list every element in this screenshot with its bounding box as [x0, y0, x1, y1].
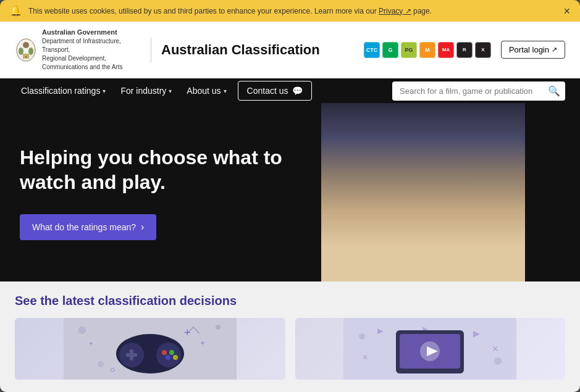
video-illustration: ▶ ▶ ✕ ✕ ▶: [343, 318, 516, 380]
decision-card-video[interactable]: ▶ ▶ ✕ ✕ ▶: [295, 318, 566, 380]
svg-text:⚜: ⚜: [25, 55, 27, 59]
decisions-title: See the latest classification decisions: [15, 294, 565, 308]
svg-text:✦: ✦: [88, 340, 93, 347]
chat-icon: 💬: [292, 86, 303, 96]
search-button[interactable]: 🔍: [548, 85, 560, 97]
svg-text:+: +: [184, 327, 191, 339]
badge-x[interactable]: X: [475, 42, 491, 58]
decision-card-games[interactable]: + ○ ✦ ✦: [15, 318, 285, 380]
bell-icon: 🔔: [10, 5, 22, 17]
badge-ctc[interactable]: CTC: [364, 42, 380, 58]
chevron-down-icon: ▾: [103, 88, 106, 94]
svg-point-1: [23, 42, 29, 48]
rating-badges: CTC G PG M MA R X: [364, 42, 491, 58]
cookie-text: This website uses cookies, utilised by u…: [28, 7, 432, 15]
main-content: Helping you choose what to watch and pla…: [0, 103, 580, 392]
svg-point-37: [166, 355, 170, 360]
nav-search: 🔍: [392, 81, 565, 101]
decisions-grid: + ○ ✦ ✦ ▶ ▶ ✕: [15, 318, 565, 380]
svg-point-3: [28, 48, 33, 55]
svg-point-2: [19, 48, 23, 55]
svg-point-38: [173, 355, 178, 360]
svg-text:▶: ▶: [377, 327, 384, 335]
contact-us-button[interactable]: Contact us 💬: [238, 81, 312, 101]
ratings-cta-button[interactable]: What do the ratings mean? ›: [20, 214, 156, 240]
cookie-banner: 🔔 This website uses cookies, utilised by…: [0, 0, 580, 22]
nav-item-for-industry[interactable]: For industry ▾: [114, 78, 178, 103]
gov-logo-text: Australian Government Department of Infr…: [42, 28, 141, 72]
svg-point-45: [494, 357, 502, 365]
search-icon: 🔍: [548, 86, 560, 96]
svg-text:✕: ✕: [492, 344, 499, 354]
svg-rect-34: [130, 349, 133, 361]
hero-image: [321, 103, 525, 281]
chevron-down-icon: ▾: [224, 88, 227, 94]
svg-point-29: [98, 361, 104, 367]
hero-photo: [321, 103, 525, 281]
gov-logo: ⚜ Australian Government Department of In…: [15, 28, 141, 72]
badge-g[interactable]: G: [382, 42, 398, 58]
portal-login-button[interactable]: Portal login ↗: [501, 41, 565, 59]
badge-r[interactable]: R: [456, 42, 473, 58]
hero-title: Helping you choose what to watch and pla…: [20, 145, 301, 194]
nav-item-about-us[interactable]: About us ▾: [180, 78, 232, 103]
header-left: ⚜ Australian Government Department of In…: [15, 28, 320, 72]
svg-text:✦: ✦: [200, 339, 206, 348]
cookie-banner-content: 🔔 This website uses cookies, utilised by…: [10, 5, 432, 17]
crest-icon: ⚜: [15, 36, 37, 64]
svg-text:○: ○: [110, 364, 115, 374]
header-divider: [151, 38, 151, 62]
games-illustration: + ○ ✦ ✦: [64, 318, 237, 380]
browser-frame: 🔔 This website uses cookies, utilised by…: [0, 0, 580, 392]
search-wrapper: 🔍: [392, 81, 565, 101]
privacy-link[interactable]: Privacy ↗: [379, 7, 411, 15]
site-header: ⚜ Australian Government Department of In…: [0, 22, 580, 78]
badge-pg[interactable]: PG: [401, 42, 417, 58]
nav-item-classification-ratings[interactable]: Classification ratings ▾: [15, 78, 112, 103]
badge-ma[interactable]: MA: [438, 42, 454, 58]
main-nav: Classification ratings ▾ For industry ▾ …: [0, 78, 580, 103]
svg-point-32: [156, 343, 181, 367]
cookie-close-button[interactable]: ×: [563, 6, 570, 17]
svg-point-35: [162, 350, 167, 355]
header-right: CTC G PG M MA R X Portal login ↗: [364, 41, 565, 59]
search-input[interactable]: [392, 81, 565, 101]
badge-m[interactable]: M: [419, 42, 435, 58]
external-link-icon: ↗: [552, 46, 557, 54]
svg-point-36: [169, 350, 174, 355]
svg-text:✕: ✕: [362, 353, 368, 362]
decisions-section: See the latest classification decisions: [0, 281, 580, 392]
svg-point-28: [216, 325, 221, 330]
site-title: Australian Classification: [161, 42, 320, 58]
svg-text:▶: ▶: [473, 328, 480, 338]
hero-content: Helping you choose what to watch and pla…: [0, 103, 321, 281]
chevron-down-icon: ▾: [169, 88, 172, 94]
svg-point-27: [78, 327, 86, 334]
arrow-right-icon: ›: [141, 222, 144, 233]
svg-point-44: [359, 333, 365, 340]
hero-section: Helping you choose what to watch and pla…: [0, 103, 580, 281]
